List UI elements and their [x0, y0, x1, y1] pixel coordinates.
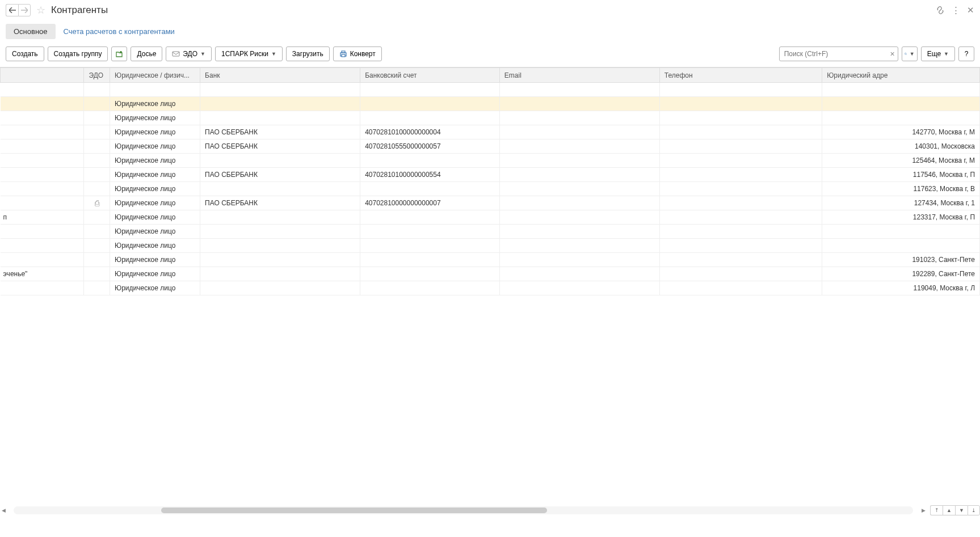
table-row[interactable]: пЮридическое лицо123317, Москва г, П	[1, 210, 980, 225]
col-header-edo[interactable]: ЭДО	[84, 68, 110, 83]
col-header-email[interactable]: Email	[499, 68, 659, 83]
col-header-account[interactable]: Банковский счет	[360, 68, 500, 83]
create-group-button[interactable]: Создать группу	[48, 46, 108, 61]
tab-accounts[interactable]: Счета расчетов с контрагентами	[56, 24, 183, 39]
cell-phone	[659, 182, 822, 196]
search-wrapper: ×	[779, 46, 898, 61]
tab-main[interactable]: Основное	[6, 24, 56, 39]
cell-type: Юридическое лицо	[110, 239, 200, 253]
cell-address: 127434, Москва г, 1	[822, 196, 980, 210]
close-icon[interactable]: ✕	[967, 5, 974, 15]
cell-email	[499, 210, 659, 225]
scroll-up-button[interactable]: ▲	[943, 505, 955, 515]
table-row[interactable]: ⎙Юридическое лицоПАО СБЕРБАНК40702810000…	[1, 196, 980, 210]
cell-phone	[659, 139, 822, 154]
cell-email	[499, 253, 659, 267]
search-clear-icon[interactable]: ×	[890, 49, 894, 58]
table-row[interactable]: Юридическое лицо117623, Москва г, В	[1, 182, 980, 196]
help-button[interactable]: ?	[958, 46, 974, 61]
chevron-down-icon: ▼	[200, 51, 205, 57]
search-input[interactable]	[779, 46, 898, 61]
search-button[interactable]: ▼	[902, 46, 918, 61]
cell-address: 117623, Москва г, В	[822, 182, 980, 196]
arrow-right-icon	[21, 7, 28, 13]
table-row[interactable]: Юридическое лицо191023, Санкт-Пете	[1, 253, 980, 267]
scroll-bottom-button[interactable]: ⤓	[968, 505, 980, 515]
col-header-bank[interactable]: Банк	[200, 68, 360, 83]
toolbar-right: × ▼ Еще ▼ ?	[779, 46, 974, 61]
cell-address: 119049, Москва г, Л	[822, 281, 980, 295]
printer-icon	[339, 50, 347, 57]
cell-name: эченье"	[1, 267, 84, 281]
col-header-name[interactable]	[1, 68, 84, 83]
edo-icon	[172, 50, 180, 57]
cell-name	[1, 111, 84, 125]
refresh-button[interactable]	[111, 46, 127, 61]
table-row[interactable]: Юридическое лицо119049, Москва г, Л	[1, 281, 980, 295]
scrollbar-thumb[interactable]	[161, 508, 547, 513]
cell-type: Юридическое лицо	[110, 168, 200, 182]
cell-type: Юридическое лицо	[110, 97, 200, 111]
envelope-label: Конверт	[350, 50, 376, 58]
cell-bank	[200, 267, 360, 281]
cell-bank: ПАО СБЕРБАНК	[200, 125, 360, 139]
forward-button[interactable]	[18, 4, 31, 16]
cell-email	[499, 111, 659, 125]
cell-bank: ПАО СБЕРБАНК	[200, 139, 360, 154]
upload-button[interactable]: Загрузить	[286, 46, 330, 61]
more-button[interactable]: Еще ▼	[921, 46, 955, 61]
cell-address: 117546, Москва г, П	[822, 168, 980, 182]
table-row[interactable]: Юридическое лицоПАО СБЕРБАНК407028105550…	[1, 139, 980, 154]
more-label: Еще	[927, 50, 941, 58]
favorite-star-icon[interactable]: ☆	[36, 4, 45, 16]
table-row[interactable]: Юридическое лицо	[1, 239, 980, 253]
scroll-down-button[interactable]: ▼	[955, 505, 968, 515]
cell-address: 125464, Москва г, М	[822, 154, 980, 168]
header-actions: ⋮ ✕	[936, 5, 974, 15]
table-row[interactable]: эченье"Юридическое лицо192289, Санкт-Пет…	[1, 267, 980, 281]
col-header-address[interactable]: Юридический адре	[822, 68, 980, 83]
link-icon[interactable]	[936, 6, 945, 15]
scroll-top-button[interactable]: ⤒	[930, 505, 943, 515]
cell-phone	[659, 210, 822, 225]
horizontal-scrollbar[interactable]	[14, 506, 913, 514]
cell-account: 40702810555000000057	[360, 139, 500, 154]
col-header-phone[interactable]: Телефон	[659, 68, 822, 83]
cell-edo	[84, 239, 110, 253]
svg-point-0	[120, 51, 122, 53]
back-button[interactable]	[6, 4, 18, 16]
cell-edo	[84, 111, 110, 125]
col-header-type[interactable]: Юридическое / физич...	[110, 68, 200, 83]
dossier-button[interactable]: Досье	[131, 46, 162, 61]
spark-label: 1СПАРК Риски	[221, 50, 268, 58]
scroll-left-icon[interactable]: ◀	[0, 508, 7, 513]
table-row[interactable]: Юридическое лицо	[1, 97, 980, 111]
table-row[interactable]: Юридическое лицо	[1, 111, 980, 125]
cell-account	[360, 239, 500, 253]
nav-group	[6, 4, 31, 16]
envelope-button[interactable]: Конверт	[333, 46, 382, 61]
cell-account	[360, 111, 500, 125]
cell-edo	[84, 210, 110, 225]
cell-address: 191023, Санкт-Пете	[822, 253, 980, 267]
table-row[interactable]: Юридическое лицоПАО СБЕРБАНК407028101000…	[1, 125, 980, 139]
cell-name	[1, 125, 84, 139]
table-row[interactable]: Юридическое лицо125464, Москва г, М	[1, 154, 980, 168]
edo-button[interactable]: ЭДО ▼	[166, 46, 212, 61]
cell-address: 142770, Москва г, М	[822, 125, 980, 139]
cell-name	[1, 182, 84, 196]
table-row[interactable]: Юридическое лицо	[1, 225, 980, 239]
kebab-menu-icon[interactable]: ⋮	[952, 5, 960, 15]
cell-account: 40702810100000000554	[360, 168, 500, 182]
svg-point-5	[905, 53, 906, 54]
scroll-right-icon[interactable]: ▶	[920, 508, 927, 513]
spark-risks-button[interactable]: 1СПАРК Риски ▼	[215, 46, 283, 61]
cell-name	[1, 168, 84, 182]
create-button[interactable]: Создать	[6, 46, 44, 61]
cell-edo	[84, 97, 110, 111]
cell-account: 40702810000000000007	[360, 196, 500, 210]
cell-name	[1, 225, 84, 239]
cell-bank	[200, 97, 360, 111]
cell-edo: ⎙	[84, 196, 110, 210]
table-row[interactable]: Юридическое лицоПАО СБЕРБАНК407028101000…	[1, 168, 980, 182]
